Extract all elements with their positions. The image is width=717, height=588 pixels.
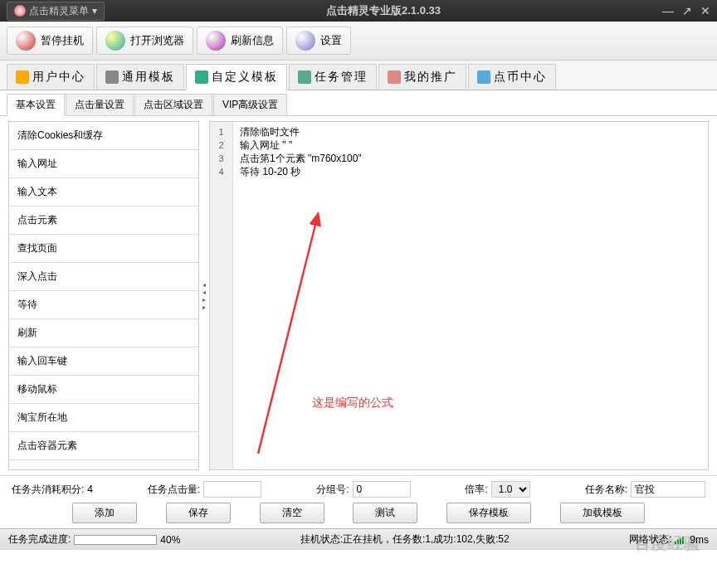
- splitter[interactable]: ◂◂▸▸: [199, 121, 209, 470]
- clicks-input[interactable]: [203, 481, 261, 498]
- action-输入文本[interactable]: 输入文本: [9, 178, 198, 207]
- group-input[interactable]: [353, 481, 411, 498]
- subtab-点击区域设置[interactable]: 点击区域设置: [134, 94, 212, 115]
- gear-icon: [195, 70, 208, 84]
- tab-label: 通用模板: [122, 70, 175, 85]
- tab-label: 自定义模板: [212, 70, 278, 85]
- action-深入点击[interactable]: 深入点击: [9, 263, 198, 291]
- app-menu-label: 点击精灵菜单: [29, 4, 89, 18]
- line-gutter: 1234: [210, 122, 233, 469]
- list-icon: [298, 70, 311, 84]
- toolbar-label: 设置: [320, 33, 342, 48]
- button-加载模板[interactable]: 加载模板: [560, 503, 645, 523]
- star-icon: [16, 70, 29, 84]
- rate-label: 倍率:: [465, 483, 487, 497]
- close-button[interactable]: ✕: [700, 4, 710, 17]
- code-editor[interactable]: 1234 清除临时文件输入网址 " "点击第1个元素 "m760x100"等待 …: [209, 121, 709, 470]
- main-tab-strip: 用户中心通用模板自定义模板任务管理我的推广点币中心: [0, 61, 717, 90]
- tab-自定义模板[interactable]: 自定义模板: [186, 64, 287, 90]
- hang-status: 挂机状态:正在挂机，任务数:1,成功:102,失败:52: [300, 533, 510, 545]
- toolbar-label: 暂停挂机: [41, 33, 84, 48]
- toolbar-label: 刷新信息: [231, 33, 274, 48]
- button-添加[interactable]: 添加: [72, 503, 137, 523]
- tab-用户中心[interactable]: 用户中心: [7, 64, 95, 90]
- action-点击元素[interactable]: 点击元素: [9, 207, 198, 235]
- latency-ms: 9ms: [690, 534, 709, 546]
- action-等待[interactable]: 等待: [9, 291, 198, 319]
- group-label: 分组号:: [316, 483, 349, 497]
- cart-icon: [477, 70, 490, 84]
- line-number: 3: [210, 152, 232, 165]
- sub-tab-strip: 基本设置点击量设置点击区域设置VIP高级设置: [0, 90, 717, 116]
- toolbar-设置[interactable]: 设置: [286, 27, 351, 55]
- toolbar-label: 打开浏览器: [130, 33, 184, 48]
- app-menu-button[interactable]: 点击精灵菜单 ▾: [7, 2, 105, 21]
- signal-icon: [675, 536, 686, 544]
- minimize-button[interactable]: —: [662, 4, 674, 17]
- maximize-button[interactable]: ↗: [682, 4, 692, 17]
- tab-label: 用户中心: [32, 70, 85, 85]
- net-label: 网络状态:: [629, 532, 671, 547]
- code-content[interactable]: 清除临时文件输入网址 " "点击第1个元素 "m760x100"等待 10-20…: [233, 122, 708, 469]
- clicks-label: 任务点击量:: [148, 483, 200, 497]
- consumed-value: 4: [87, 484, 93, 495]
- toolbar-打开浏览器[interactable]: 打开浏览器: [96, 27, 193, 55]
- rate-select[interactable]: 1.0: [491, 481, 530, 498]
- name-input[interactable]: [631, 481, 705, 498]
- toolbar-icon: [105, 31, 125, 51]
- line-number: 4: [210, 165, 232, 178]
- tab-通用模板[interactable]: 通用模板: [96, 64, 184, 90]
- line-number: 1: [210, 125, 232, 138]
- code-line[interactable]: 等待 10-20 秒: [240, 165, 701, 178]
- tab-点币中心[interactable]: 点币中心: [468, 64, 556, 90]
- svg-rect-1: [675, 542, 676, 544]
- line-number: 2: [210, 138, 232, 152]
- action-查找页面[interactable]: 查找页面: [9, 235, 198, 263]
- tab-我的推广[interactable]: 我的推广: [378, 64, 466, 90]
- action-输入回车键[interactable]: 输入回车键: [9, 347, 198, 376]
- code-line[interactable]: 输入网址 " ": [240, 138, 701, 152]
- toolbar-icon: [16, 31, 36, 51]
- button-保存模板[interactable]: 保存模板: [446, 503, 531, 523]
- name-label: 任务名称:: [585, 483, 627, 497]
- action-清除Cookies和缓存[interactable]: 清除Cookies和缓存: [9, 122, 198, 150]
- code-line[interactable]: 点击第1个元素 "m760x100": [240, 152, 701, 165]
- svg-rect-2: [677, 540, 679, 544]
- tab-label: 我的推广: [404, 70, 457, 85]
- action-淘宝所在地[interactable]: 淘宝所在地: [9, 404, 198, 432]
- button-测试[interactable]: 测试: [353, 503, 417, 523]
- subtab-点击量设置[interactable]: 点击量设置: [66, 94, 134, 115]
- actions-list: 清除Cookies和缓存输入网址输入文本点击元素查找页面深入点击等待刷新输入回车…: [8, 121, 199, 470]
- button-清空[interactable]: 清空: [260, 503, 324, 523]
- tab-label: 点币中心: [494, 70, 547, 85]
- progress-bar: [74, 535, 157, 545]
- main-toolbar: 暂停挂机打开浏览器刷新信息设置: [0, 22, 717, 61]
- wand-icon: [105, 70, 119, 84]
- tab-label: 任务管理: [315, 70, 368, 85]
- tab-任务管理[interactable]: 任务管理: [289, 64, 377, 90]
- action-刷新[interactable]: 刷新: [9, 319, 198, 347]
- action-输入网址[interactable]: 输入网址: [9, 150, 198, 178]
- annotation-text: 这是编写的公式: [312, 396, 393, 409]
- window-title: 点击精灵专业版2.1.0.33: [105, 3, 662, 18]
- chevron-down-icon: ▾: [92, 5, 97, 17]
- progress-percent: 40%: [160, 534, 180, 546]
- people-icon: [388, 70, 401, 84]
- consumed-label: 任务共消耗积分:: [12, 483, 84, 497]
- svg-rect-3: [680, 538, 681, 544]
- action-点击容器元素[interactable]: 点击容器元素: [9, 432, 198, 460]
- toolbar-刷新信息[interactable]: 刷新信息: [197, 27, 283, 55]
- svg-rect-4: [682, 537, 684, 544]
- toolbar-icon: [295, 31, 315, 51]
- code-line[interactable]: 清除临时文件: [240, 125, 701, 138]
- subtab-基本设置[interactable]: 基本设置: [7, 94, 65, 116]
- action-移动鼠标[interactable]: 移动鼠标: [9, 376, 198, 404]
- app-icon: [14, 5, 26, 17]
- subtab-VIP高级设置[interactable]: VIP高级设置: [213, 94, 287, 115]
- button-保存[interactable]: 保存: [166, 503, 231, 523]
- svg-line-0: [258, 221, 316, 454]
- toolbar-暂停挂机[interactable]: 暂停挂机: [7, 27, 93, 55]
- toolbar-icon: [206, 31, 226, 51]
- progress-label: 任务完成进度:: [8, 532, 71, 547]
